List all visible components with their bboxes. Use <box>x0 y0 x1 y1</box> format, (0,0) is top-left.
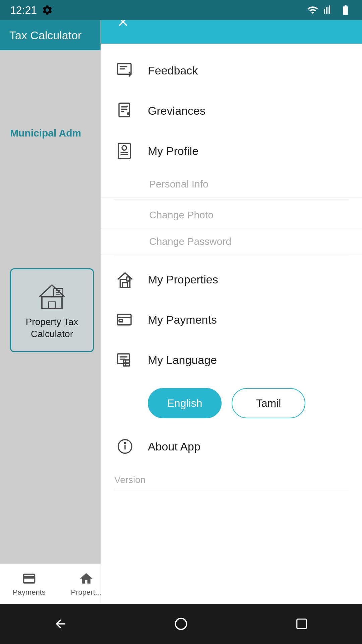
menu-item-my-language[interactable]: My Language <box>101 340 362 380</box>
sub-item-personal-info[interactable]: Personal Info <box>101 171 362 198</box>
status-time-group: 12:21 <box>10 4 53 16</box>
municipal-label: Municipal Adm <box>10 127 81 139</box>
menu-item-my-profile[interactable]: My Profile <box>101 131 362 171</box>
my-payments-icon <box>114 309 136 330</box>
back-button[interactable] <box>50 614 70 634</box>
info-icon <box>114 436 136 457</box>
grievances-icon <box>114 100 136 121</box>
language-icon <box>114 349 136 371</box>
nav-property[interactable]: Propert... <box>71 571 101 597</box>
svg-rect-34 <box>297 619 307 629</box>
my-properties-label: My Properties <box>148 273 218 286</box>
version-text: Version <box>101 467 362 489</box>
property-nav-icon <box>79 571 94 586</box>
divider-3 <box>114 491 349 491</box>
app-title: Tax Calculator <box>9 29 81 42</box>
divider-2 <box>114 257 349 257</box>
english-button[interactable]: English <box>148 388 222 418</box>
recents-button[interactable] <box>292 614 312 634</box>
my-profile-label: My Profile <box>148 145 198 158</box>
recents-icon <box>295 618 308 630</box>
status-time: 12:21 <box>10 4 37 16</box>
status-icons <box>307 4 352 16</box>
system-nav-bar <box>0 604 362 644</box>
menu-item-grievances[interactable]: Greviances <box>101 91 362 131</box>
menu-item-about-app[interactable]: About App <box>101 426 362 467</box>
menu-item-feedback[interactable]: Feedback <box>101 50 362 91</box>
nav-property-label: Propert... <box>71 588 101 597</box>
drawer-panel: Feedback Greviances <box>101 0 362 604</box>
svg-point-33 <box>176 619 187 630</box>
home-icon <box>174 616 188 631</box>
sub-item-change-password[interactable]: Change Password <box>101 228 362 255</box>
status-bar: 12:21 <box>0 0 362 20</box>
profile-icon <box>114 140 136 162</box>
feedback-icon <box>114 60 136 81</box>
divider-1 <box>114 200 349 200</box>
svg-point-16 <box>122 146 127 150</box>
nav-payments[interactable]: Payments <box>13 571 46 597</box>
wifi-icon <box>307 4 318 16</box>
back-icon <box>54 617 67 631</box>
nav-payments-label: Payments <box>13 588 46 597</box>
battery-icon <box>339 4 352 16</box>
payments-nav-icon <box>22 571 37 586</box>
menu-item-my-payments[interactable]: My Payments <box>101 300 362 340</box>
my-language-label: My Language <box>148 354 217 367</box>
my-payments-label: My Payments <box>148 313 217 326</box>
about-app-label: About App <box>148 440 200 453</box>
svg-rect-23 <box>119 320 123 322</box>
svg-point-32 <box>124 442 126 444</box>
gear-icon <box>42 4 53 16</box>
bottom-nav: Payments Propert... <box>0 564 114 604</box>
tamil-button[interactable]: Tamil <box>232 388 305 418</box>
menu-item-my-properties[interactable]: My Properties <box>101 259 362 300</box>
language-section: English Tamil <box>134 380 362 426</box>
property-tax-card[interactable]: Property Tax Calculator <box>10 268 94 352</box>
properties-icon <box>114 269 136 290</box>
signal-icon <box>324 4 334 16</box>
home-button[interactable] <box>171 614 191 634</box>
svg-rect-20 <box>123 283 128 288</box>
feedback-label: Feedback <box>148 64 198 77</box>
svg-rect-21 <box>127 277 130 281</box>
grievances-label: Greviances <box>148 104 205 117</box>
svg-rect-1 <box>49 302 55 308</box>
property-tax-icon <box>35 280 69 311</box>
svg-point-13 <box>127 113 129 115</box>
drawer-content: Feedback Greviances <box>101 44 362 500</box>
app-header: Tax Calculator <box>0 20 114 50</box>
ptc-card-label: Property Tax Calculator <box>26 316 78 340</box>
svg-rect-0 <box>42 297 62 308</box>
sub-item-change-photo[interactable]: Change Photo <box>101 202 362 228</box>
